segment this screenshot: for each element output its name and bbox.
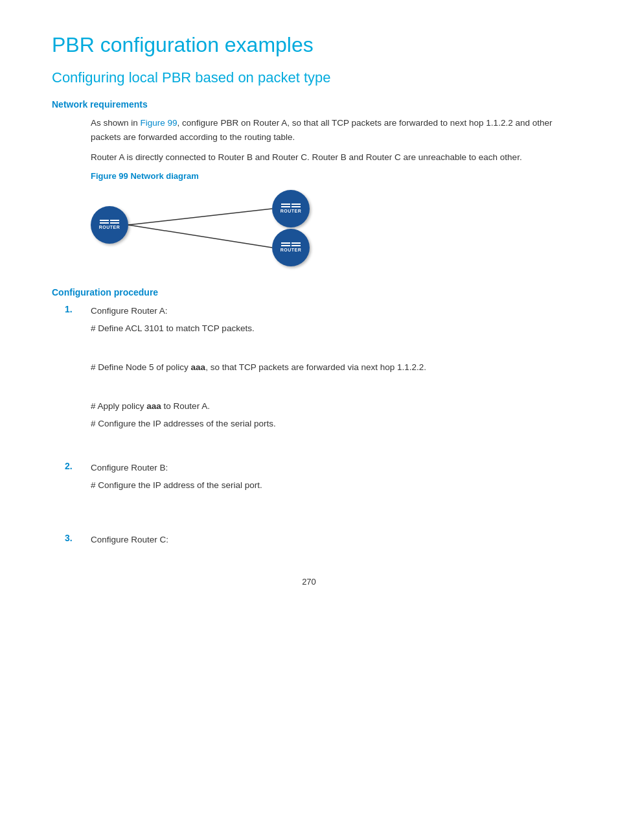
router-a-circle: ROUTER bbox=[91, 206, 128, 244]
svg-line-0 bbox=[128, 209, 272, 225]
router-b-circle: ROUTER bbox=[272, 190, 310, 228]
router-a-lines bbox=[100, 220, 119, 221]
router-b-line-2 bbox=[292, 204, 301, 205]
router-c-line-1 bbox=[281, 242, 290, 244]
step-1-sub3: # Apply policy aaa to Router A. bbox=[91, 399, 566, 414]
step-3-content: Configure Router C: bbox=[91, 533, 566, 551]
router-b-lines2 bbox=[281, 206, 301, 207]
router-a-lines2 bbox=[100, 222, 119, 224]
router-c-label: ROUTER bbox=[280, 248, 302, 252]
router-line-1 bbox=[100, 220, 109, 221]
step-2-content: Configure Router B: # Configure the IP a… bbox=[91, 461, 566, 496]
router-c-lines bbox=[281, 242, 301, 244]
step-2-number: 2. bbox=[65, 461, 91, 496]
router-line-4 bbox=[110, 222, 119, 224]
page-title: PBR configuration examples bbox=[52, 32, 566, 57]
config-procedure-section: Configuration procedure 1. Configure Rou… bbox=[52, 287, 566, 551]
router-b-icon: ROUTER bbox=[272, 190, 311, 229]
section-title: Configuring local PBR based on packet ty… bbox=[52, 69, 566, 88]
router-a-label: ROUTER bbox=[99, 225, 120, 229]
router-line-2 bbox=[110, 220, 119, 221]
step-1-sub4: # Configure the IP addresses of the seri… bbox=[91, 417, 566, 431]
router-b-line-1 bbox=[281, 204, 290, 205]
figure99-link[interactable]: Figure 99 bbox=[141, 118, 177, 128]
step-1-content: Configure Router A: # Define ACL 3101 to… bbox=[91, 304, 566, 435]
figure-caption: Figure 99 Network diagram bbox=[91, 171, 566, 181]
router-line-3 bbox=[100, 222, 109, 224]
step-3: 3. Configure Router C: bbox=[52, 533, 566, 551]
para1-prefix: As shown in bbox=[91, 118, 141, 128]
router-c-lines2 bbox=[281, 245, 301, 246]
step-3-title: Configure Router C: bbox=[91, 533, 566, 547]
router-c-line-2 bbox=[292, 242, 301, 244]
network-req-para1: As shown in Figure 99, configure PBR on … bbox=[91, 116, 566, 144]
step-1-sub1: # Define ACL 3101 to match TCP packets. bbox=[91, 321, 566, 336]
router-b-line-3 bbox=[281, 206, 290, 207]
figure-caption-container: Figure 99 Network diagram bbox=[91, 171, 566, 181]
router-a-icon: ROUTER bbox=[91, 206, 130, 245]
network-diagram: ROUTER ROUTER bbox=[91, 190, 566, 268]
page-container: PBR configuration examples Configuring l… bbox=[52, 32, 566, 587]
router-c-circle: ROUTER bbox=[272, 229, 310, 266]
router-b-line-4 bbox=[292, 206, 301, 207]
step-2-sub1: # Configure the IP address of the serial… bbox=[91, 478, 566, 493]
step-1-number: 1. bbox=[65, 304, 91, 435]
step-1-title: Configure Router A: bbox=[91, 304, 566, 318]
network-requirements-heading: Network requirements bbox=[52, 99, 566, 110]
step-2-title: Configure Router B: bbox=[91, 461, 566, 475]
network-requirements-section: Network requirements As shown in Figure … bbox=[52, 99, 566, 268]
step-3-number: 3. bbox=[65, 533, 91, 551]
router-c-icon: ROUTER bbox=[272, 229, 311, 268]
step-1: 1. Configure Router A: # Define ACL 3101… bbox=[52, 304, 566, 435]
diagram-container: ROUTER ROUTER bbox=[91, 190, 337, 268]
page-number: 270 bbox=[52, 577, 566, 587]
router-b-lines bbox=[281, 204, 301, 205]
router-b-label: ROUTER bbox=[280, 209, 302, 213]
network-req-para2: Router A is directly connected to Router… bbox=[91, 150, 566, 165]
router-c-line-3 bbox=[281, 245, 290, 246]
router-c-line-4 bbox=[292, 245, 301, 246]
step-1-sub2: # Define Node 5 of policy aaa, so that T… bbox=[91, 360, 566, 375]
svg-line-1 bbox=[128, 225, 272, 248]
step-2: 2. Configure Router B: # Configure the I… bbox=[52, 461, 566, 496]
config-procedure-heading: Configuration procedure bbox=[52, 287, 566, 298]
